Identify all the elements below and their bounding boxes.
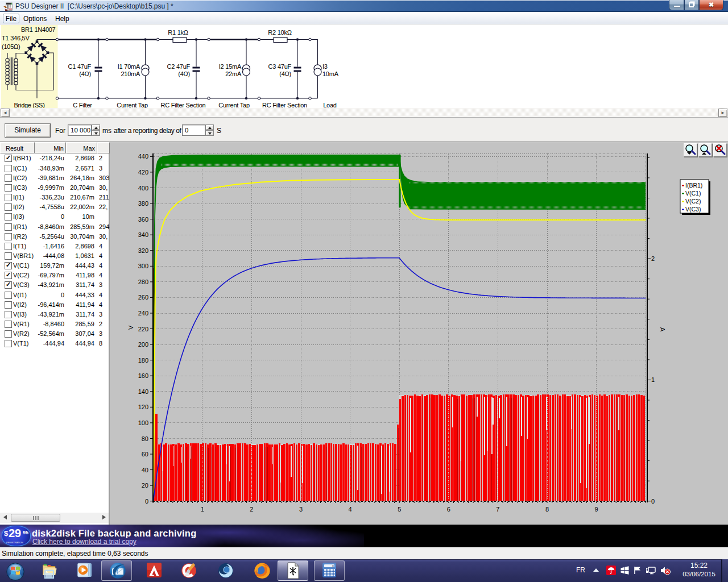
svg-text:22mA: 22mA [225,70,242,77]
svg-text:280: 280 [138,278,148,285]
svg-text:(105Ω): (105Ω) [2,43,20,50]
svg-text:Bridge (SS): Bridge (SS) [14,102,44,108]
svg-text:(4Ω): (4Ω) [279,70,291,77]
svg-text:C2 47uF: C2 47uF [167,63,191,70]
svg-text:140: 140 [138,388,148,395]
svg-text:220: 220 [138,326,148,332]
svg-text:C1 47uF: C1 47uF [68,63,92,70]
svg-text:180: 180 [138,357,148,364]
svg-text:100: 100 [138,419,148,426]
svg-text:I1 70mA: I1 70mA [118,63,140,70]
svg-text:20: 20 [142,482,148,489]
svg-text:40: 40 [142,467,148,473]
svg-text:I3: I3 [322,63,328,70]
svg-text:A: A [659,327,666,332]
svg-text:(4Ω): (4Ω) [178,70,190,77]
svg-text:440: 440 [138,153,148,160]
svg-text:9: 9 [595,506,598,513]
svg-text:7: 7 [496,506,499,513]
svg-text:240: 240 [138,310,148,317]
svg-text:1: 1 [201,506,204,513]
svg-text:C3 47uF: C3 47uF [268,63,292,70]
svg-text:360: 360 [138,216,148,223]
svg-text:60: 60 [142,451,148,458]
svg-text:R2 10kΩ: R2 10kΩ [268,29,291,36]
svg-text:BR1 1N4007: BR1 1N4007 [21,26,56,33]
svg-text:4: 4 [349,506,352,513]
svg-text:5: 5 [398,506,401,513]
svg-text:C Filter: C Filter [73,102,92,108]
svg-text:V: V [127,325,134,330]
svg-text:Current Tap: Current Tap [117,102,148,108]
svg-text:260: 260 [138,294,148,301]
svg-text:210mA: 210mA [121,70,140,77]
svg-text:Current Tap: Current Tap [218,102,250,108]
svg-text:0: 0 [651,498,655,505]
svg-text:V(C1): V(C1) [685,190,701,197]
svg-text:8: 8 [545,506,549,513]
svg-text:2: 2 [250,506,253,513]
svg-text:1: 1 [651,376,655,383]
svg-text:0: 0 [332,564,334,568]
svg-text:(4Ω): (4Ω) [79,70,91,77]
svg-text:160: 160 [138,372,148,379]
svg-text:300: 300 [138,263,148,269]
svg-text:0: 0 [145,498,148,505]
svg-text:120: 120 [138,404,148,410]
svg-text:3: 3 [299,506,303,513]
svg-text:RC Filter Section: RC Filter Section [161,102,206,108]
svg-text:V(C3): V(C3) [685,206,701,213]
svg-text:380: 380 [138,200,148,207]
svg-text:R1 1kΩ: R1 1kΩ [168,29,188,36]
svg-text:RC Filter Section: RC Filter Section [262,102,307,108]
svg-text:2: 2 [651,255,655,262]
svg-text:400: 400 [138,185,148,192]
svg-text:I2 15mA: I2 15mA [219,63,242,70]
svg-text:420: 420 [138,169,148,176]
svg-text:I(BR1): I(BR1) [685,182,702,189]
svg-text:320: 320 [138,247,148,254]
svg-text:200: 200 [138,341,148,348]
svg-text:80: 80 [142,435,148,442]
svg-text:340: 340 [138,231,148,238]
svg-text:10mA: 10mA [322,70,339,77]
svg-text:T1 346,5V: T1 346,5V [2,35,30,41]
svg-text:Load: Load [323,102,337,108]
svg-text:6: 6 [447,506,450,513]
svg-text:V(C2): V(C2) [685,198,701,205]
